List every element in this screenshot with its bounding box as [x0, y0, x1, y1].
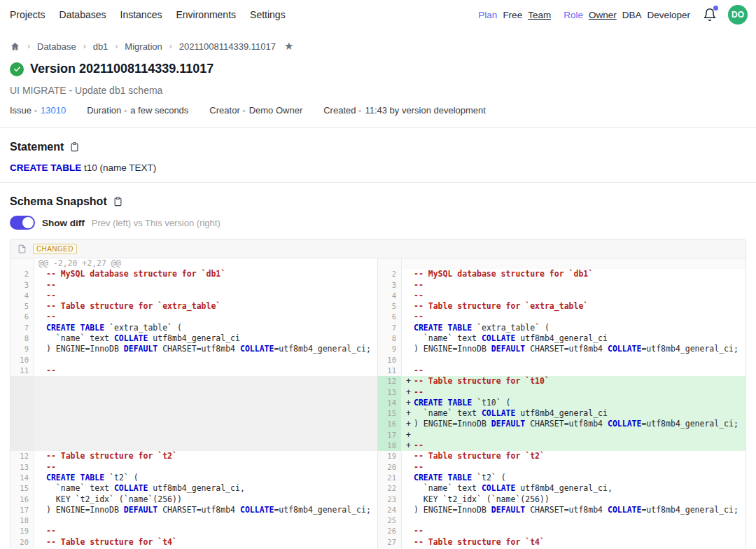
- nav-item-projects[interactable]: Projects: [10, 9, 46, 20]
- nav-option-free: Free: [503, 10, 522, 20]
- line-number: 14: [378, 398, 402, 408]
- code-line: --: [402, 526, 746, 536]
- nav-option-owner[interactable]: Owner: [589, 10, 617, 20]
- line-number: 7: [10, 323, 34, 333]
- code-line: -- Table structure for `t4`: [402, 537, 746, 548]
- diff-row: 10: [378, 355, 746, 366]
- diff-row: 23 KEY `t2_idx` (`name`(256)): [378, 494, 746, 505]
- diff-row: [10, 440, 377, 451]
- code-line: + `name` text COLLATE utf8mb4_general_ci: [402, 408, 746, 419]
- line-number: 18: [10, 515, 34, 526]
- copy-snapshot-icon[interactable]: [113, 196, 123, 207]
- line-number: 13: [10, 462, 34, 473]
- code-line: `name` text COLLATE utf8mb4_general_ci,: [34, 483, 377, 494]
- breadcrumb-item[interactable]: db1: [93, 41, 108, 52]
- avatar[interactable]: DO: [728, 5, 748, 25]
- line-number: [10, 258, 34, 269]
- meta-item: Duration -a few seconds: [87, 105, 188, 116]
- diff-row: [10, 387, 377, 398]
- code-line: [34, 430, 377, 440]
- diff-row: 26--: [378, 526, 746, 536]
- copy-statement-icon[interactable]: [69, 141, 80, 153]
- nav-item-instances[interactable]: Instances: [120, 9, 162, 20]
- diff-row: 8 `name` text COLLATE utf8mb4_general_ci: [10, 333, 377, 344]
- diff-pane-right[interactable]: 2-- MySQL database structure for `db1`3-…: [378, 258, 746, 549]
- show-diff-row: Show diff Prev (left) vs This version (r…: [0, 208, 756, 239]
- meta-item: Creator -Demo Owner: [209, 105, 302, 116]
- nav-option-team[interactable]: Team: [528, 10, 551, 20]
- breadcrumb-item[interactable]: Migration: [125, 41, 162, 52]
- meta-item: Created -11:43 by version development: [323, 105, 486, 116]
- code-line: [402, 355, 746, 366]
- snapshot-heading: Schema Snapshot: [0, 183, 756, 208]
- code-line: --: [402, 312, 746, 322]
- diff-row: [10, 398, 377, 408]
- diff-row: 18+--: [378, 440, 746, 451]
- diff-row: [10, 408, 377, 419]
- page-title: Version 20211008114339.11017: [30, 62, 214, 76]
- line-number: 20: [10, 537, 34, 548]
- line-number: 21: [378, 473, 402, 483]
- line-number: 18: [378, 440, 402, 451]
- meta-item: Issue -13010: [10, 105, 66, 116]
- diff-row: 11--: [378, 366, 746, 376]
- breadcrumb-item[interactable]: Database: [37, 41, 76, 52]
- code-line: [34, 387, 377, 398]
- diff-row: 19--: [10, 526, 377, 536]
- nav-item-databases[interactable]: Databases: [59, 9, 106, 20]
- code-line: +-- Table structure for `t10`: [402, 376, 746, 387]
- line-number: 11: [378, 366, 402, 376]
- role-options: OwnerDBADeveloper: [589, 10, 690, 20]
- favorite-star-icon[interactable]: ★: [284, 40, 293, 53]
- code-line: --: [34, 462, 377, 473]
- diff-pane-left[interactable]: @@ -2,20 +2,27 @@2-- MySQL database stru…: [10, 258, 378, 549]
- home-icon[interactable]: [10, 41, 20, 52]
- diff-row: [378, 258, 746, 269]
- diff-row: 12-- Table structure for `t2`: [10, 451, 377, 461]
- line-number: 9: [10, 344, 34, 354]
- code-line: [402, 258, 746, 269]
- meta-value[interactable]: 13010: [41, 105, 66, 116]
- line-number: 6: [378, 312, 402, 322]
- code-line: -- Table structure for `extra_table`: [34, 301, 377, 312]
- line-number: 24: [378, 505, 402, 515]
- nav-right: Plan FreeTeam Role OwnerDBADeveloper DO: [478, 5, 748, 25]
- code-line: +CREATE TABLE `t10` (: [402, 398, 746, 408]
- diff-row: 13+--: [378, 387, 746, 398]
- diff-row: 17+: [378, 430, 746, 440]
- meta-label: Created -: [323, 105, 361, 116]
- nav-item-settings[interactable]: Settings: [250, 9, 286, 20]
- breadcrumb-item[interactable]: 20211008114339.11017: [179, 41, 276, 52]
- code-line: [402, 515, 746, 526]
- line-number: 25: [378, 515, 402, 526]
- diff-row: [10, 419, 377, 429]
- diff-body: @@ -2,20 +2,27 @@2-- MySQL database stru…: [10, 258, 746, 549]
- line-number: 17: [10, 505, 34, 515]
- nav-item-environments[interactable]: Environments: [176, 9, 236, 20]
- nav-option-developer: Developer: [647, 10, 690, 20]
- code-line: -- Table structure for `t4`: [34, 537, 377, 548]
- success-check-icon: [10, 62, 24, 76]
- code-line: ) ENGINE=InnoDB DEFAULT CHARSET=utf8mb4 …: [34, 344, 377, 354]
- show-diff-toggle[interactable]: [10, 216, 35, 230]
- code-line: [34, 376, 377, 387]
- code-line: +--: [402, 440, 746, 451]
- meta-row: Issue -13010Duration -a few secondsCreat…: [0, 96, 756, 127]
- breadcrumb-separator: ›: [27, 41, 30, 51]
- line-number: 20: [378, 462, 402, 473]
- diff-row: 5-- Table structure for `extra_table`: [10, 301, 377, 312]
- diff-row: 21CREATE TABLE `t2` (: [378, 473, 746, 483]
- top-nav: ProjectsDatabasesInstancesEnvironmentsSe…: [0, 0, 756, 29]
- code-line: `name` text COLLATE utf8mb4_general_ci: [402, 333, 746, 344]
- meta-label: Issue -: [10, 105, 37, 116]
- code-line: --: [34, 291, 377, 301]
- diff-row: 7CREATE TABLE `extra_table` (: [378, 323, 746, 333]
- diff-row: 22 `name` text COLLATE utf8mb4_general_c…: [378, 483, 746, 494]
- code-line: [34, 440, 377, 451]
- code-line: +) ENGINE=InnoDB DEFAULT CHARSET=utf8mb4…: [402, 419, 746, 429]
- diff-row: 10: [10, 355, 377, 366]
- diff-row: 16+) ENGINE=InnoDB DEFAULT CHARSET=utf8m…: [378, 419, 746, 429]
- notification-bell-icon[interactable]: [703, 7, 718, 22]
- line-number: 13: [378, 387, 402, 398]
- line-number: [10, 440, 34, 451]
